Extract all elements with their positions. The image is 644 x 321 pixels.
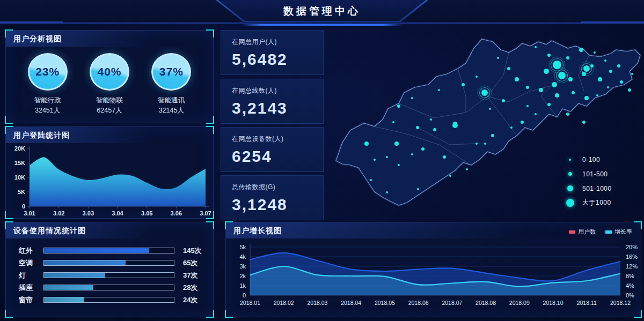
corner-bracket: [5, 221, 13, 229]
svg-text:2018.09: 2018.09: [509, 300, 530, 306]
liquid-gauge: 40%智能物联62457人: [81, 53, 138, 116]
scatter-point: [397, 104, 400, 108]
device-usage-row: 灯37次: [19, 272, 207, 278]
svg-text:4k: 4k: [239, 253, 246, 260]
corner-bracket: [206, 310, 214, 318]
device-usage-row: 窗帘24次: [19, 297, 207, 303]
scatter-point: [598, 77, 602, 81]
corner-bracket: [5, 310, 13, 318]
scatter-point: [502, 99, 505, 102]
corner-bracket: [5, 116, 13, 124]
svg-text:2018.08: 2018.08: [475, 300, 496, 306]
map-legend-label: 101-500: [582, 170, 608, 178]
corner-bracket: [206, 116, 214, 124]
legend-item-用户数[interactable]: 用户数: [569, 228, 596, 236]
gauge-label: 智能通讯32145人: [143, 95, 200, 116]
map-legend-row: 501-1000: [565, 181, 612, 196]
scatter-point: [584, 96, 589, 100]
bar-fill: [44, 248, 149, 253]
scatter-point: [566, 56, 569, 59]
scatter-point: [364, 141, 369, 146]
scatter-point: [466, 168, 468, 170]
panel-login-chart: 用户登陆统计图 20K15K10K5K03.013.023.033.043.05…: [5, 126, 214, 219]
scatter-point: [411, 153, 413, 155]
map-legend-dot-cell: [565, 185, 575, 191]
gauge-label: 智能行政32451人: [19, 95, 76, 116]
bar-value-label: 145次: [183, 246, 202, 256]
gauge-count: 32145人: [143, 106, 200, 116]
bar-value-label: 37次: [183, 271, 197, 280]
bar-track: [43, 285, 174, 290]
scatter-point: [552, 82, 557, 87]
legend-label: 增长率: [614, 228, 632, 236]
device-name-label: 窗帘: [19, 295, 43, 305]
gauge-category: 智能行政: [19, 95, 76, 106]
svg-text:2018.06: 2018.06: [408, 300, 429, 306]
scatter-point: [535, 46, 537, 48]
scatter-point: [386, 156, 388, 158]
svg-text:2018.11: 2018.11: [577, 300, 597, 306]
scatter-point: [526, 86, 529, 89]
device-bars-list: 红外145次空调65次灯37次插座28次窗帘24次: [6, 238, 213, 303]
page-title: 数据管理中心: [0, 4, 644, 18]
map-legend-row: 101-500: [565, 167, 612, 181]
gauge-circle: 37%: [151, 53, 191, 91]
bar-fill: [44, 273, 105, 278]
scatter-point: [497, 57, 499, 59]
stat-card-label: 在网总用户(人): [232, 38, 323, 47]
bar-fill: [44, 297, 84, 302]
scatter-point: [579, 48, 583, 52]
scatter-point: [555, 93, 559, 98]
scatter-point: [515, 77, 519, 81]
scatter-point: [566, 113, 569, 116]
legend-swatch: [605, 230, 612, 234]
device-usage-row: 红外145次: [19, 248, 207, 253]
corner-bracket: [5, 211, 13, 219]
liquid-gauge: 37%智能通讯32145人: [143, 53, 200, 116]
scatter-point: [421, 147, 425, 151]
map-legend-dot-cell: [565, 199, 575, 207]
svg-text:2018.07: 2018.07: [442, 300, 462, 306]
scatter-point: [411, 97, 413, 99]
scatter-point: [475, 143, 478, 145]
svg-text:3.05: 3.05: [141, 210, 152, 217]
stat-card-value: 3,2143: [232, 99, 323, 117]
scatter-point: [475, 76, 478, 78]
gauge-percent-value: 23%: [35, 65, 60, 78]
scatter-point: [430, 118, 432, 121]
map-legend-row: 0-100: [565, 152, 612, 167]
scatter-point: [510, 126, 513, 129]
scatter-point: [594, 51, 596, 54]
corner-bracket: [206, 211, 214, 219]
liquid-gauge: 23%智能行政32451人: [19, 53, 76, 116]
growth-right-axis-labels: 20%16%12%8%4%0%: [626, 244, 638, 298]
scatter-point: [392, 121, 394, 123]
svg-text:3.06: 3.06: [171, 210, 182, 217]
scatter-point: [417, 188, 419, 190]
corner-bracket: [634, 310, 642, 318]
stat-card-label: 在网总设备数(人): [232, 135, 323, 144]
login-area-chart: 20K15K10K5K03.013.023.033.043.053.063.07: [8, 143, 212, 218]
gauge-count: 32451人: [19, 106, 76, 116]
svg-text:0%: 0%: [626, 292, 634, 298]
panel-user-growth: 用户增长视图 用户数增长率 5k4k3k2k1k020%16%12%8%4%0%…: [225, 222, 641, 317]
stat-card-label: 在网总线数(人): [232, 86, 323, 95]
growth-chart-legend: 用户数增长率: [569, 228, 632, 236]
scatter-point: [507, 67, 510, 70]
bar-fill: [44, 285, 93, 290]
map-legend-label: 大于1000: [582, 198, 611, 207]
panel-title-user-analysis: 用户分析视图: [6, 31, 213, 47]
legend-item-增长率[interactable]: 增长率: [605, 228, 632, 236]
scatter-point: [596, 94, 598, 96]
scatter-point: [443, 155, 446, 159]
device-name-label: 插座: [19, 283, 43, 293]
scatter-point: [370, 179, 372, 181]
scatter-point: [547, 54, 551, 57]
scatter-point: [617, 64, 620, 68]
gauge-row: 23%智能行政32451人40%智能物联62457人37%智能通讯32145人: [6, 47, 213, 116]
bar-value-label: 65次: [183, 258, 197, 268]
bar-value-label: 28次: [183, 283, 197, 293]
svg-text:5k: 5k: [239, 244, 246, 250]
device-name-label: 空调: [19, 258, 43, 268]
scatter-point: [572, 91, 575, 94]
